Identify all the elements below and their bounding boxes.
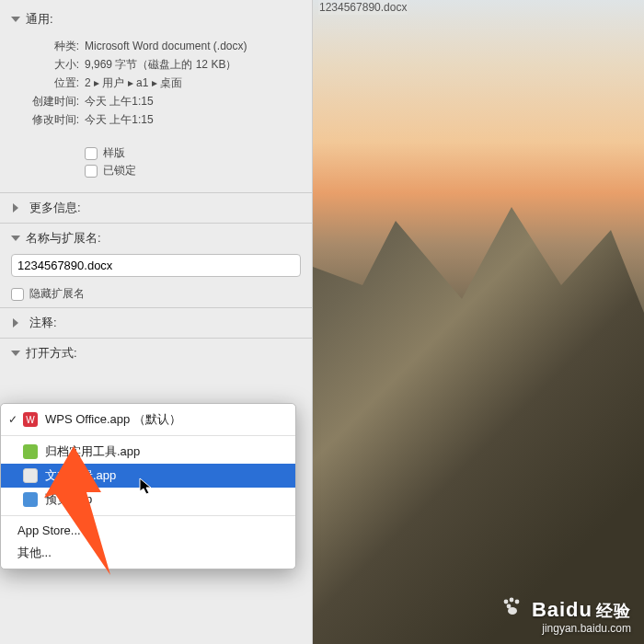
section-name-ext-title: 名称与扩展名: <box>26 230 101 247</box>
chevron-down-icon <box>11 236 20 241</box>
section-name-ext[interactable]: 名称与扩展名: <box>0 226 312 250</box>
chevron-right-icon <box>13 318 23 328</box>
preview-icon <box>23 492 38 507</box>
value-kind: Microsoft Word document (.docx) <box>85 37 295 55</box>
watermark-url: jingyan.baidu.com <box>501 622 631 635</box>
svg-point-1 <box>509 598 513 603</box>
label-kind: 种类: <box>17 37 79 55</box>
checkbox-template-label: 样版 <box>103 145 125 161</box>
menu-item-textedit-label: 文本编辑.app <box>45 467 116 484</box>
checkbox-template-row: 样版 <box>85 145 295 161</box>
section-open-with[interactable]: 打开方式: <box>0 341 312 365</box>
watermark: Baidu经验 jingyan.baidu.com <box>501 596 631 635</box>
wps-icon: W <box>23 412 38 427</box>
section-open-with-title: 打开方式: <box>26 345 77 362</box>
section-general-title: 通用: <box>26 11 53 28</box>
checkbox-hide-ext[interactable] <box>11 288 24 301</box>
menu-item-archive-label: 归档实用工具.app <box>45 443 140 460</box>
menu-item-wps-label: WPS Office.app （默认） <box>45 411 181 428</box>
desktop-background: 1234567890.docx Baidu经验 jingyan.baidu.co… <box>313 0 644 644</box>
menu-item-preview-label: 预览.app <box>45 491 92 508</box>
checkbox-locked[interactable] <box>85 165 98 178</box>
menu-item-archive[interactable]: 归档实用工具.app <box>1 440 295 464</box>
open-with-menu: ✓ W WPS Office.app （默认） 归档实用工具.app 文本编辑.… <box>0 403 296 569</box>
label-modified: 修改时间: <box>17 110 79 129</box>
menu-item-textedit[interactable]: 文本编辑.app <box>1 464 295 488</box>
chevron-down-icon <box>11 17 20 22</box>
value-where: 2 ▸ 用户 ▸ a1 ▸ 桌面 <box>85 74 295 92</box>
divider <box>0 223 312 224</box>
general-body: 种类:Microsoft Word document (.docx) 大小:9,… <box>0 31 312 190</box>
svg-point-0 <box>503 600 508 604</box>
menu-item-wps[interactable]: ✓ W WPS Office.app （默认） <box>1 408 295 431</box>
archive-icon <box>23 444 38 459</box>
divider <box>0 192 312 193</box>
watermark-logo: Baidu <box>532 598 592 621</box>
checkbox-locked-row: 已锁定 <box>85 163 295 178</box>
label-created: 创建时间: <box>17 92 79 110</box>
menu-item-appstore[interactable]: App Store... <box>1 520 295 541</box>
value-size: 9,969 字节（磁盘上的 12 KB） <box>85 55 295 74</box>
value-created: 今天 上午1:15 <box>85 92 295 110</box>
divider <box>0 307 312 308</box>
menu-separator <box>1 515 295 516</box>
paw-icon <box>501 596 522 622</box>
checkbox-template[interactable] <box>85 147 98 160</box>
menu-item-preview[interactable]: 预览.app <box>1 488 295 512</box>
section-comments[interactable]: 注释: <box>0 311 312 335</box>
value-modified: 今天 上午1:15 <box>85 110 295 129</box>
menu-item-other[interactable]: 其他... <box>1 541 295 565</box>
hide-ext-row: 隐藏扩展名 <box>11 286 301 302</box>
menu-item-other-label: 其他... <box>17 545 52 561</box>
desktop-file-label: 1234567890.docx <box>318 0 408 15</box>
label-size: 大小: <box>17 55 79 74</box>
section-general[interactable]: 通用: <box>0 7 312 31</box>
svg-point-2 <box>514 600 519 604</box>
section-comments-title: 注释: <box>29 315 57 331</box>
menu-item-appstore-label: App Store... <box>17 523 81 537</box>
info-panel: 通用: 种类:Microsoft Word document (.docx) 大… <box>0 0 313 644</box>
watermark-logo-cn: 经验 <box>596 602 631 620</box>
menu-separator <box>1 435 295 436</box>
checkbox-locked-label: 已锁定 <box>103 163 136 178</box>
svg-point-4 <box>508 607 517 615</box>
label-where: 位置: <box>17 74 79 92</box>
section-more-info-title: 更多信息: <box>29 200 81 216</box>
filename-input[interactable] <box>11 254 301 277</box>
hide-ext-label: 隐藏扩展名 <box>29 286 85 302</box>
chevron-down-icon <box>11 351 20 356</box>
textedit-icon <box>23 468 38 483</box>
check-icon: ✓ <box>8 413 17 426</box>
chevron-right-icon <box>13 203 23 213</box>
section-more-info[interactable]: 更多信息: <box>0 196 312 220</box>
divider <box>0 338 312 339</box>
